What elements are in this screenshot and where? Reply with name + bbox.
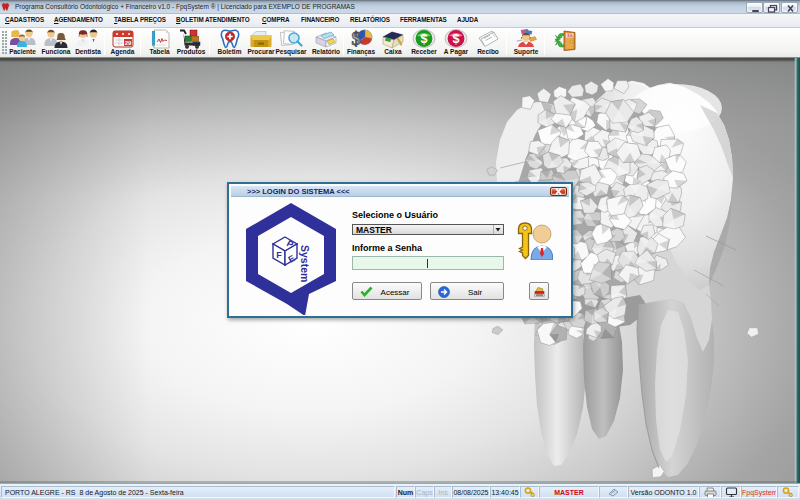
svg-text:29: 29	[124, 40, 131, 46]
svg-text:$: $	[421, 32, 428, 46]
svg-text:EXIT: EXIT	[566, 34, 573, 38]
svg-text:F: F	[276, 250, 282, 260]
svg-text:$: $	[352, 29, 361, 49]
svg-text:System: System	[299, 245, 311, 282]
svg-text:$: $	[453, 32, 460, 46]
